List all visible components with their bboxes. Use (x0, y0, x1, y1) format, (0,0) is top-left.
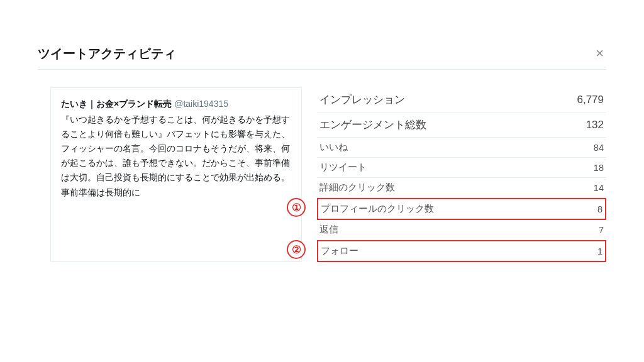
stat-label: プロフィールのクリック数 (321, 203, 597, 215)
stat-label: インプレッション (319, 92, 577, 107)
stat-value: 1 (597, 246, 602, 256)
stat-value: 6,779 (577, 94, 604, 106)
stat-impressions: インプレッション 6,779 (317, 87, 606, 112)
close-button[interactable]: × (593, 44, 606, 63)
stat-detail-clicks: 詳細のクリック数 14 (317, 178, 606, 198)
modal-header: ツイートアクティビティ × (38, 44, 606, 70)
stat-value: 18 (594, 163, 604, 173)
stat-label: いいね (319, 141, 594, 153)
stat-value: 7 (599, 225, 604, 235)
stats-panel: インプレッション 6,779 エンゲージメント総数 132 いいね 84 リツイ… (317, 87, 606, 262)
page-title: ツイートアクティビティ (38, 45, 176, 62)
stat-likes: いいね 84 (317, 138, 606, 158)
stat-value: 132 (586, 119, 604, 131)
stat-value: 8 (597, 204, 602, 214)
stat-label: 返信 (319, 224, 599, 236)
stat-value: 14 (594, 183, 604, 193)
stat-value: 84 (594, 143, 604, 153)
tweet-author: たいき｜お金×ブランド転売 (61, 99, 172, 109)
stat-replies: 返信 7 (317, 220, 606, 240)
stat-label: 詳細のクリック数 (319, 182, 594, 194)
tweet-handle: @taiki194315 (174, 99, 228, 109)
stat-profile-clicks: ① プロフィールのクリック数 8 (317, 198, 606, 220)
stat-label: フォロー (321, 245, 597, 257)
stat-follows: ② フォロー 1 (317, 240, 606, 262)
stat-retweets: リツイート 18 (317, 158, 606, 178)
tweet-preview: たいき｜お金×ブランド転売@taiki194315 『いつ起きるかを予想すること… (50, 87, 302, 262)
stat-label: エンゲージメント総数 (319, 118, 586, 132)
stat-label: リツイート (319, 162, 594, 173)
annotation-badge-2: ② (287, 240, 306, 259)
tweet-text: 『いつ起きるかを予想することは、何が起きるかを予想することより何倍も難しい』バフ… (61, 112, 291, 200)
stat-engagements: エンゲージメント総数 132 (317, 112, 606, 138)
annotation-badge-1: ① (287, 198, 306, 217)
